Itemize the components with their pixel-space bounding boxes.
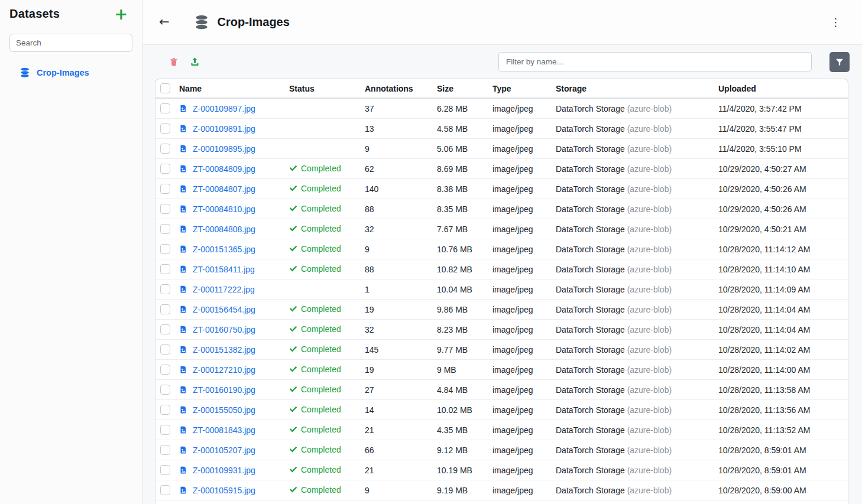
table-row: ZT-00160750.jpg Completed 32 8.23 MB ima…	[155, 320, 848, 340]
file-link[interactable]: ZT-00160750.jpg	[193, 325, 255, 334]
uploaded-timestamp: 10/28/2020, 11:13:56 AM	[718, 405, 848, 415]
file-type: image/jpeg	[492, 184, 556, 194]
file-size: 10.19 MB	[437, 466, 492, 475]
table-row: Z-000109931.jpg Completed 21 10.19 MB im…	[155, 460, 848, 480]
file-link[interactable]: ZT-00158411.jpg	[193, 265, 255, 274]
file-link[interactable]: Z-000151382.jpg	[193, 345, 255, 355]
storage-cell: DataTorch Storage (azure-blob)	[556, 265, 718, 274]
storage-cell: DataTorch Storage (azure-blob)	[556, 144, 718, 154]
check-icon	[289, 446, 297, 454]
file-link[interactable]: ZT-00081843.jpg	[193, 425, 255, 435]
file-type: image/jpeg	[492, 425, 556, 435]
upload-button[interactable]	[190, 57, 200, 67]
row-checkbox[interactable]	[160, 264, 170, 274]
storage-name: DataTorch Storage	[556, 425, 625, 435]
file-size: 8.38 MB	[437, 184, 492, 194]
row-checkbox[interactable]	[160, 425, 170, 435]
table-row: Z-000151365.jpg Completed 9 10.76 MB ima…	[155, 239, 848, 259]
row-checkbox[interactable]	[160, 365, 170, 375]
file-link[interactable]: ZT-00084808.jpg	[193, 225, 255, 234]
row-checkbox[interactable]	[160, 405, 170, 415]
status-label: Completed	[301, 324, 341, 334]
file-link[interactable]: Z-000109891.jpg	[193, 124, 255, 134]
main-content: ← Crop-Images ⋮	[142, 0, 862, 504]
file-type: image/jpeg	[492, 164, 556, 174]
file-size: 6.28 MB	[437, 104, 492, 113]
storage-name: DataTorch Storage	[556, 104, 625, 113]
file-link[interactable]: Z-000109895.jpg	[193, 144, 255, 154]
storage-name: DataTorch Storage	[556, 385, 625, 395]
row-checkbox[interactable]	[160, 103, 170, 113]
row-checkbox[interactable]	[160, 485, 170, 495]
status-badge: Completed	[289, 405, 341, 414]
row-checkbox[interactable]	[160, 445, 170, 455]
file-type: image/jpeg	[492, 385, 556, 395]
table-row: ZT-00084807.jpg Completed 140 8.38 MB im…	[155, 179, 848, 199]
file-link[interactable]: Z-000155050.jpg	[193, 405, 255, 415]
app-window: Datasets + Crop-Images ←	[0, 0, 862, 504]
sidebar-item-crop-images[interactable]: Crop-Images	[9, 67, 132, 78]
storage-cell: DataTorch Storage (azure-blob)	[556, 305, 718, 314]
storage-name: DataTorch Storage	[556, 345, 625, 355]
row-checkbox[interactable]	[160, 284, 170, 294]
row-checkbox[interactable]	[160, 244, 170, 254]
sidebar-item-label: Crop-Images	[37, 68, 89, 77]
row-checkbox[interactable]	[160, 344, 170, 355]
storage-detail: (azure-blob)	[627, 345, 672, 355]
file-link[interactable]: Z-000109931.jpg	[193, 466, 255, 475]
row-checkbox[interactable]	[160, 224, 170, 234]
table-toolbar	[142, 45, 862, 79]
more-options-button[interactable]: ⋮	[828, 17, 844, 28]
file-link[interactable]: Z-000105915.jpg	[193, 486, 255, 495]
storage-detail: (azure-blob)	[627, 204, 672, 214]
image-file-icon	[179, 305, 187, 314]
row-checkbox[interactable]	[160, 385, 170, 395]
row-checkbox[interactable]	[160, 184, 170, 194]
select-all-checkbox[interactable]	[160, 83, 170, 93]
delete-button[interactable]	[169, 57, 179, 67]
file-size: 10.02 MB	[437, 405, 492, 415]
file-type: image/jpeg	[492, 124, 556, 134]
file-link[interactable]: Z-000156454.jpg	[193, 305, 255, 314]
status-label: Completed	[301, 445, 341, 454]
file-link[interactable]: Z-000109897.jpg	[193, 104, 255, 113]
search-input[interactable]	[9, 34, 132, 52]
sidebar-title: Datasets	[9, 7, 60, 21]
row-checkbox[interactable]	[160, 465, 170, 475]
row-checkbox[interactable]	[160, 164, 170, 174]
table-row: ZT-00084808.jpg Completed 32 7.67 MB ima…	[155, 219, 848, 239]
image-file-icon	[179, 466, 187, 474]
file-link[interactable]: Z-000117222.jpg	[193, 285, 255, 294]
annotations-count: 14	[365, 405, 437, 415]
filter-button[interactable]	[829, 52, 850, 72]
kebab-menu-icon: ⋮	[830, 15, 841, 28]
status-label: Completed	[301, 224, 341, 233]
file-link[interactable]: Z-000105207.jpg	[193, 446, 255, 455]
file-link[interactable]: ZT-00084807.jpg	[193, 184, 255, 194]
back-button[interactable]: ←	[159, 16, 170, 28]
annotations-count: 140	[365, 184, 437, 194]
storage-cell: DataTorch Storage (azure-blob)	[556, 184, 718, 194]
filter-input[interactable]	[498, 52, 812, 71]
storage-name: DataTorch Storage	[556, 164, 625, 174]
row-checkbox[interactable]	[160, 123, 170, 134]
annotations-count: 13	[365, 124, 437, 134]
storage-detail: (azure-blob)	[627, 325, 672, 334]
row-checkbox[interactable]	[160, 324, 170, 334]
row-checkbox[interactable]	[160, 144, 170, 154]
add-dataset-button[interactable]: +	[114, 8, 128, 21]
file-link[interactable]: Z-000151365.jpg	[193, 245, 255, 254]
storage-detail: (azure-blob)	[627, 225, 672, 234]
table-row: Z-000155050.jpg Completed 14 10.02 MB im…	[155, 400, 848, 420]
storage-cell: DataTorch Storage (azure-blob)	[556, 245, 718, 254]
row-checkbox[interactable]	[160, 304, 170, 314]
file-link[interactable]: Z-000127210.jpg	[193, 365, 255, 375]
annotations-count: 62	[365, 164, 437, 174]
row-checkbox[interactable]	[160, 204, 170, 214]
file-link[interactable]: ZT-00160190.jpg	[193, 385, 255, 395]
table-row: Z-000117222.jpg 1 10.04 MB image/jpeg Da…	[155, 279, 848, 300]
storage-detail: (azure-blob)	[627, 405, 672, 415]
file-link[interactable]: ZT-00084809.jpg	[193, 164, 255, 174]
storage-cell: DataTorch Storage (azure-blob)	[556, 345, 718, 355]
file-link[interactable]: ZT-00084810.jpg	[193, 204, 255, 214]
